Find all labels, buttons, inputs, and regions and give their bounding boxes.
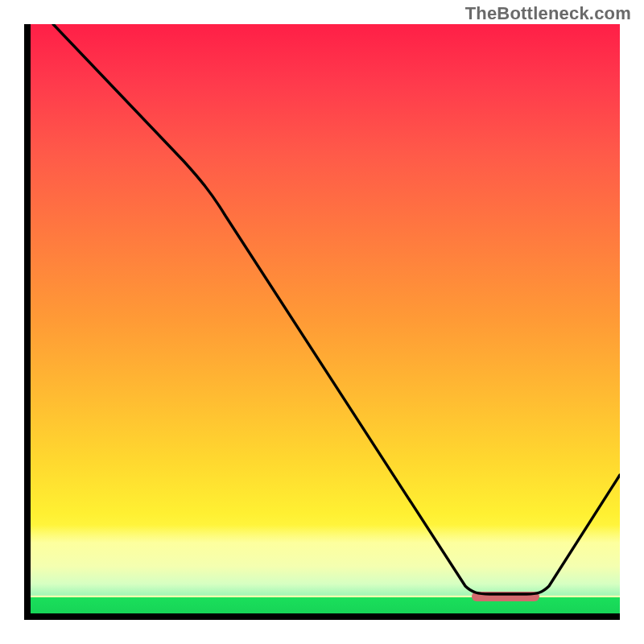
chart-container: TheBottleneck.com bbox=[0, 0, 644, 644]
plot-area bbox=[31, 24, 620, 613]
source-watermark: TheBottleneck.com bbox=[465, 3, 631, 24]
x-axis bbox=[24, 613, 620, 620]
axes-frame bbox=[24, 24, 620, 620]
curve-line bbox=[53, 24, 620, 594]
y-axis bbox=[24, 24, 31, 620]
bottleneck-curve bbox=[31, 24, 620, 613]
